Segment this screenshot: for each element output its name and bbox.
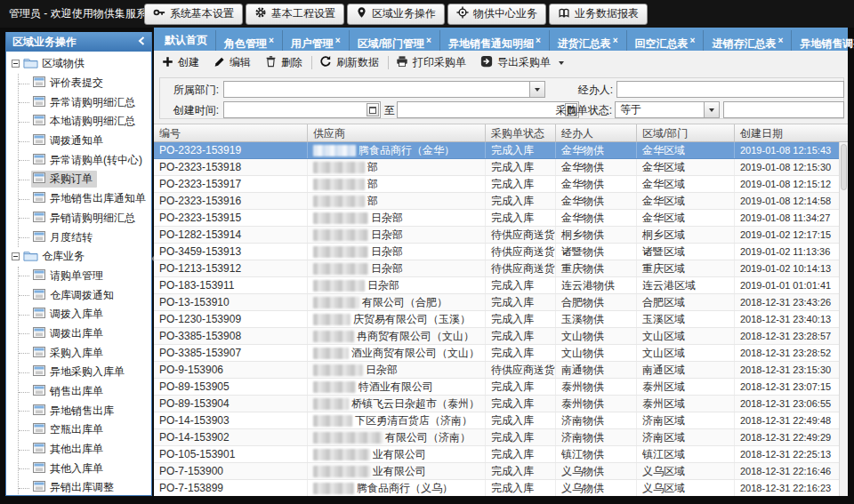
date-from-input[interactable]	[224, 103, 367, 116]
collapse-expander-icon[interactable]	[12, 60, 20, 68]
scrollbar-thumb[interactable]	[841, 144, 847, 190]
table-row[interactable]: PO-9-153906 日杂部 待供应商送货 南通物供 南通区域 2018-12…	[154, 362, 839, 379]
handler-filter-field[interactable]	[616, 81, 844, 98]
table-row[interactable]: PO-183-153911 日杂部 完成入库 连云港物供 连云港区域 2019-…	[154, 277, 839, 294]
menu-basic-engineering-button[interactable]: 基本工程设置	[246, 4, 344, 25]
tree-item[interactable]: 异销请购明细汇总	[19, 209, 151, 228]
close-icon[interactable]: ×	[690, 36, 696, 45]
vertical-scrollbar[interactable]	[839, 142, 848, 496]
table-row[interactable]: PO-89-153905 特酒业有限公司 完成入库 泰州物供 泰州区域 2018…	[154, 379, 839, 396]
menu-system-settings-button[interactable]: 系统基本设置	[144, 4, 243, 25]
column-header-status[interactable]: 采购单状态	[486, 124, 556, 141]
edit-button[interactable]: 编辑	[214, 55, 251, 70]
menu-data-reports-button[interactable]: 业务数据报表	[549, 4, 648, 25]
table-row[interactable]: PO-7-153899 腾食品商行（义乌） 完成入库 义乌物供 义乌区域 201…	[154, 480, 839, 496]
redacted-text-block	[313, 179, 365, 190]
table-row[interactable]: PO-89-153904 桥镇飞云日杂超市（泰州） 完成入库 泰州物供 泰州区域…	[154, 396, 839, 412]
tree-item[interactable]: 其他出库单	[19, 440, 151, 460]
tab[interactable]: 进货汇总表×	[550, 30, 627, 51]
close-icon[interactable]: ×	[536, 36, 541, 45]
export-button[interactable]: 导出采购单	[480, 55, 564, 70]
collapse-expander-icon[interactable]	[12, 252, 20, 260]
status-operator-dropdown-button[interactable]	[704, 102, 719, 117]
dept-filter-combobox[interactable]	[223, 81, 545, 98]
tab[interactable]: 角色管理×	[216, 30, 283, 51]
refresh-button[interactable]: 刷新数据	[319, 55, 379, 70]
menu-supply-center-button[interactable]: 物供中心业务	[447, 4, 546, 25]
table-row[interactable]: PO-7-153900 业有限公司 完成入库 义乌物供 义乌区域 2018-12…	[154, 463, 839, 480]
status-value-input[interactable]	[724, 103, 843, 116]
tab[interactable]: 进销存汇总表×	[704, 30, 792, 51]
tree-item[interactable]: 异地采购入库单	[19, 363, 151, 382]
tree-item[interactable]: 月度结转	[19, 228, 151, 247]
status-operator-select[interactable]: 等于	[615, 101, 720, 118]
orders-table: 编号 供应商 采购单状态 经办人 区域/部门 创建日期 PO-2323-1539…	[154, 124, 848, 496]
column-header-handler[interactable]: 经办人	[556, 124, 637, 141]
table-row[interactable]: PO-13-153910 有限公司（合肥） 完成入库 合肥物供 合肥区域 201…	[154, 294, 839, 311]
table-row[interactable]: PO-14-153902 有限公司（济南） 完成入库 济南物供 济南区域 201…	[154, 429, 839, 446]
close-icon[interactable]: ×	[335, 36, 341, 45]
delete-button[interactable]: 删除	[265, 55, 302, 70]
dept-filter-input[interactable]	[224, 83, 529, 96]
cell-order-no: PO-105-153901	[154, 446, 308, 462]
table-row[interactable]: PO-2323-153918 部 完成入库 金华物供 金华区域 2019-01-…	[154, 159, 839, 176]
tree-item[interactable]: 请购单管理	[19, 267, 151, 286]
table-row[interactable]: PO-3385-153908 冉商贸有限公司（文山） 完成入库 文山物供 文山区…	[154, 328, 839, 345]
tab[interactable]: 异地销售通知明细×	[440, 30, 550, 51]
tree-item[interactable]: 销售出库单	[19, 382, 151, 402]
tab[interactable]: 默认首页	[157, 30, 216, 51]
tree-group-region-supply: 评价表提交 异常请购明细汇总 本地请购明细汇总	[18, 74, 151, 247]
print-button[interactable]: 打印采购单	[396, 55, 466, 70]
tree-item[interactable]: 调拨出库单	[19, 324, 151, 344]
table-row[interactable]: PO-105-153901 业有限公司 完成入库 镇江物供 镇江区域 2018-…	[154, 446, 839, 463]
tree-item[interactable]: 调拨入库单	[19, 305, 151, 324]
tree-item[interactable]: 异常请购明细汇总	[19, 92, 151, 112]
column-header-region[interactable]: 区域/部门	[637, 124, 735, 141]
tree-item[interactable]: 本地请购明细汇总	[19, 112, 151, 132]
table-row[interactable]: PO-2323-153917 部 完成入库 金华物供 金华区域 2019-01-…	[154, 176, 839, 193]
dept-dropdown-button[interactable]	[529, 82, 544, 97]
close-icon[interactable]: ×	[613, 36, 618, 45]
chevron-down-icon	[535, 88, 540, 92]
tree-item[interactable]: 评价表提交	[19, 74, 151, 93]
cell-created: 2019-01-08 12:14:58	[735, 193, 839, 209]
create-button[interactable]: 创建	[162, 55, 199, 70]
tree-item[interactable]: 异常请购单(转中心)	[19, 150, 151, 170]
tab[interactable]: 异地销售调整明细×	[792, 30, 854, 51]
tree-item[interactable]: 异地销售出库通知单	[19, 189, 151, 209]
menu-region-operations-button[interactable]: 区域业务操作	[347, 4, 445, 25]
tab[interactable]: 区域/部门管理×	[350, 30, 440, 51]
calendar-button[interactable]	[367, 103, 379, 116]
tree-item[interactable]: 空瓶出库单	[19, 420, 151, 440]
table-row[interactable]: PO-3385-153907 酒业商贸有限公司（文山） 完成入库 文山物供 文山…	[154, 345, 839, 362]
table-row[interactable]: PO-1213-153912 日杂部 待供应商送货 重庆物供 重庆区域 2019…	[154, 260, 839, 277]
table-row[interactable]: PO-2323-153916 部 完成入库 金华物供 金华区域 2019-01-…	[154, 193, 839, 210]
tree-item[interactable]: 异销出库调整	[19, 478, 151, 496]
tree-item[interactable]: 其他入库单	[19, 459, 151, 478]
table-row[interactable]: PO-3459-153913 日杂部 待供应商送货 诸暨物供 诸暨区域 2019…	[154, 244, 839, 260]
tree-item[interactable]: 采购订单	[19, 170, 151, 189]
tree-item[interactable]: 采购入库单	[19, 343, 151, 363]
tree-item[interactable]: 异地销售出库	[19, 401, 151, 420]
tree-folder-region-supply[interactable]: 区域物供	[10, 54, 151, 74]
close-icon[interactable]: ×	[269, 36, 274, 45]
tree-item[interactable]: 仓库调拨通知	[19, 285, 151, 305]
table-row[interactable]: PO-1282-153914 日杂部 待供应商送货 桐乡物供 桐乡区域 2019…	[154, 227, 839, 244]
column-header-order-no[interactable]: 编号	[154, 124, 308, 141]
status-value-field[interactable]	[723, 101, 844, 118]
table-row[interactable]: PO-1230-153909 庆贸易有限公司（玉溪） 完成入库 玉溪物供 玉溪区…	[154, 311, 839, 328]
date-from-field[interactable]	[223, 101, 381, 118]
tab[interactable]: 用户管理×	[283, 30, 350, 51]
tree-item[interactable]: 调拨通知单	[19, 132, 151, 151]
close-icon[interactable]: ×	[777, 36, 783, 45]
tab[interactable]: 回空汇总表×	[627, 30, 705, 51]
table-row[interactable]: PO-14-153903 下区勇清百货店（济南） 完成入库 济南物供 济南区域 …	[154, 412, 839, 429]
table-row[interactable]: PO-2323-153915 日杂部 完成入库 金华物供 金华区域 2019-0…	[154, 210, 839, 227]
close-icon[interactable]: ×	[426, 36, 431, 45]
chevron-left-icon[interactable]	[138, 36, 145, 48]
tree-folder-warehouse[interactable]: 仓库业务	[10, 247, 151, 267]
handler-filter-input[interactable]	[617, 83, 843, 96]
table-row[interactable]: PO-2323-153919 腾食品商行（金华） 完成入库 金华物供 金华区域 …	[154, 142, 839, 159]
column-header-created[interactable]: 创建日期	[735, 124, 839, 141]
column-header-supplier[interactable]: 供应商	[308, 124, 486, 141]
